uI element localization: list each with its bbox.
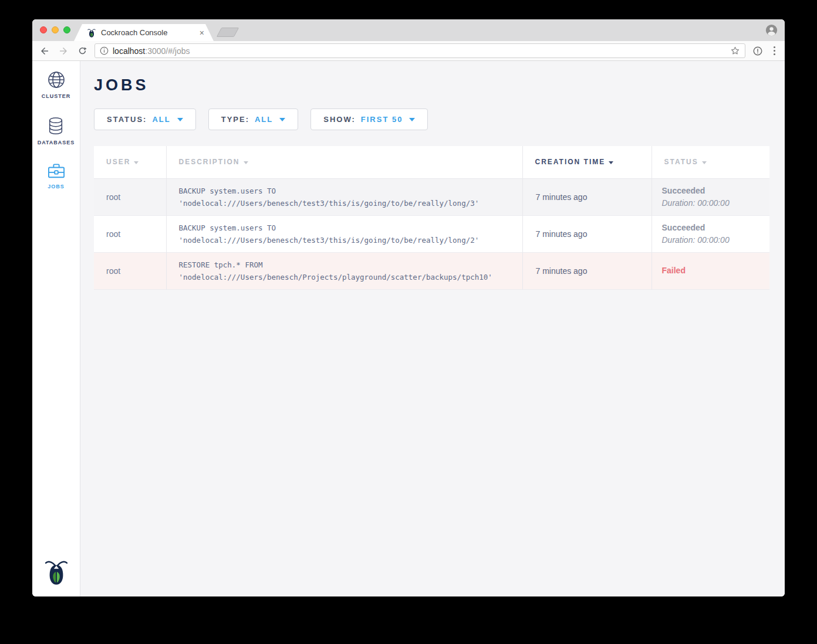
sidebar-label-cluster: CLUSTER [42,93,71,99]
sidebar-item-cluster[interactable]: CLUSTER [42,70,71,99]
sidebar-item-databases[interactable]: DATABASES [38,117,75,145]
show-filter-label: SHOW: [323,115,356,124]
url-host: localhost [113,46,145,56]
sort-arrow-icon [134,161,139,164]
favicon-cockroach-icon [87,28,96,38]
sort-arrow-icon [244,161,248,164]
extension-info-icon[interactable] [751,45,764,57]
show-filter-value: FIRST 50 [361,115,403,124]
traffic-lights [40,26,70,33]
url-bar[interactable]: localhost:3000/#/jobs [94,43,745,58]
chevron-down-icon [279,118,285,121]
database-icon [47,117,65,135]
bookmark-star-icon[interactable] [730,46,740,56]
status-filter-label: STATUS: [107,115,147,124]
table-row[interactable]: root BACKUP system.users TO 'nodelocal:/… [94,178,769,215]
chevron-down-icon [409,118,415,121]
job-description: BACKUP system.users TO 'nodelocal:///Use… [166,215,522,252]
browser-window: Cockroach Console × localhost:3000/#/j [32,19,785,596]
job-creation-time: 7 minutes ago [522,215,651,252]
back-icon[interactable] [38,45,51,57]
browser-tab-bar: Cockroach Console × [32,19,785,41]
chevron-down-icon [177,118,183,121]
job-user: root [94,215,166,252]
column-header-user[interactable]: USER [94,146,166,178]
status-filter-dropdown[interactable]: STATUS: ALL [94,109,196,130]
url-path: :3000/#/jobs [145,46,190,56]
sidebar: CLUSTER DATABASES [32,61,80,596]
minimize-window-button[interactable] [52,26,59,33]
table-row[interactable]: root RESTORE tpch.* FROM 'nodelocal:///U… [94,252,769,289]
sort-arrow-icon [609,161,613,164]
site-info-icon[interactable] [100,46,109,55]
browser-menu-icon[interactable] [770,46,779,55]
type-filter-label: TYPE: [221,115,249,124]
job-status: Succeeded Duration: 00:00:00 [651,178,769,215]
type-filter-dropdown[interactable]: TYPE: ALL [208,109,299,130]
job-user: root [94,178,166,215]
sidebar-item-jobs[interactable]: JOBS [47,163,66,189]
job-description: RESTORE tpch.* FROM 'nodelocal:///Users/… [166,252,522,289]
forward-icon[interactable] [57,45,70,57]
tab-close-icon[interactable]: × [200,28,204,38]
briefcase-icon [47,163,66,179]
column-header-creation-time[interactable]: CREATION TIME [522,146,651,178]
zoom-window-button[interactable] [63,26,70,33]
reload-icon[interactable] [76,45,89,57]
browser-tab[interactable]: Cockroach Console × [74,24,214,41]
job-creation-time: 7 minutes ago [522,252,651,289]
job-status: Succeeded Duration: 00:00:00 [651,215,769,252]
table-row[interactable]: root BACKUP system.users TO 'nodelocal:/… [94,215,769,252]
sidebar-label-databases: DATABASES [38,140,75,145]
main-content: JOBS STATUS: ALL TYPE: ALL SHOW: FIRST 5… [80,61,785,596]
job-user: root [94,252,166,289]
job-creation-time: 7 minutes ago [522,178,651,215]
url-text[interactable]: localhost:3000/#/jobs [113,46,726,56]
column-header-status[interactable]: STATUS [651,146,769,178]
filter-bar: STATUS: ALL TYPE: ALL SHOW: FIRST 50 [94,109,769,130]
jobs-table: USER DESCRIPTION CREATION TIME STATUS ro… [94,146,769,290]
profile-avatar-icon[interactable] [765,24,778,36]
job-status: Failed [651,252,769,289]
column-header-description[interactable]: DESCRIPTION [166,146,522,178]
close-window-button[interactable] [40,26,47,33]
globe-icon [47,70,66,89]
show-filter-dropdown[interactable]: SHOW: FIRST 50 [310,109,428,130]
new-tab-button[interactable] [217,28,239,37]
tab-title: Cockroach Console [101,28,200,37]
page-title: JOBS [94,76,769,94]
sort-arrow-icon [702,161,707,164]
status-filter-value: ALL [152,115,170,124]
table-header-row: USER DESCRIPTION CREATION TIME STATUS [94,146,769,178]
job-description: BACKUP system.users TO 'nodelocal:///Use… [166,178,522,215]
browser-toolbar: localhost:3000/#/jobs [32,41,785,61]
sidebar-label-jobs: JOBS [48,184,65,189]
cockroach-logo-icon [32,558,80,586]
type-filter-value: ALL [255,115,273,124]
